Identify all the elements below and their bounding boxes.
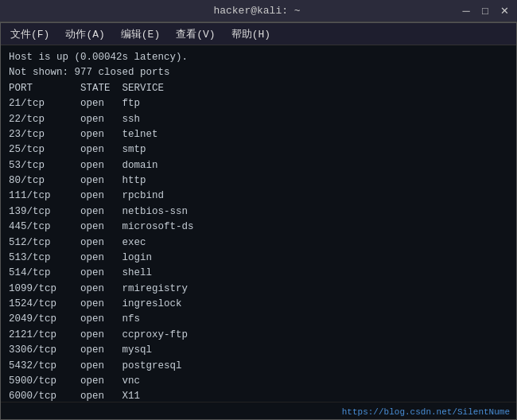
terminal-line: 139/tcp open netbios-ssn bbox=[9, 204, 508, 220]
menu-view[interactable]: 查看(V) bbox=[173, 25, 218, 43]
menu-edit[interactable]: 编辑(E) bbox=[118, 25, 163, 43]
terminal-line: Host is up (0.00042s latency). bbox=[9, 50, 508, 65]
footer: https://blog.csdn.net/SilentNume bbox=[1, 402, 516, 419]
terminal-line: 3306/tcp open mysql bbox=[9, 343, 508, 358]
terminal-line: 2049/tcp open nfs bbox=[9, 312, 508, 327]
terminal-line: 53/tcp open domain bbox=[9, 158, 508, 173]
title-bar: hacker@kali: ~ ─ □ ✕ bbox=[0, 0, 517, 22]
title-bar-controls: ─ □ ✕ bbox=[460, 5, 511, 17]
terminal-line: 445/tcp open microsoft-ds bbox=[9, 220, 508, 235]
terminal-line: 23/tcp open telnet bbox=[9, 127, 508, 142]
terminal-line: 512/tcp open exec bbox=[9, 235, 508, 251]
terminal-line: 25/tcp open smtp bbox=[9, 142, 508, 158]
terminal-line: 21/tcp open ftp bbox=[9, 96, 508, 111]
terminal-line: 22/tcp open ssh bbox=[9, 112, 508, 127]
terminal-output: Host is up (0.00042s latency).Not shown:… bbox=[1, 45, 516, 402]
footer-link[interactable]: https://blog.csdn.net/SilentNume bbox=[342, 407, 510, 417]
terminal-line: 1099/tcp open rmiregistry bbox=[9, 282, 508, 297]
terminal-line: 111/tcp open rpcbind bbox=[9, 189, 508, 204]
terminal-line: 513/tcp open login bbox=[9, 251, 508, 266]
menu-help[interactable]: 帮助(H) bbox=[228, 25, 274, 43]
terminal-line: 1524/tcp open ingreslock bbox=[9, 297, 508, 312]
menu-action[interactable]: 动作(A) bbox=[62, 25, 107, 43]
terminal-line: 80/tcp open http bbox=[9, 173, 508, 189]
terminal-line: Not shown: 977 closed ports bbox=[9, 65, 508, 80]
minimize-button[interactable]: ─ bbox=[460, 5, 472, 17]
terminal-line: 5432/tcp open postgresql bbox=[9, 359, 508, 374]
terminal-line: 5900/tcp open vnc bbox=[9, 374, 508, 389]
terminal-line: 2121/tcp open ccproxy-ftp bbox=[9, 328, 508, 343]
terminal-window: 文件(F) 动作(A) 编辑(E) 查看(V) 帮助(H) Host is up… bbox=[0, 22, 517, 420]
close-button[interactable]: ✕ bbox=[498, 5, 511, 17]
menu-file[interactable]: 文件(F) bbox=[7, 25, 52, 43]
terminal-line: 6000/tcp open X11 bbox=[9, 389, 508, 402]
maximize-button[interactable]: □ bbox=[479, 5, 492, 17]
terminal-line: PORT STATE SERVICE bbox=[9, 81, 508, 96]
terminal-line: 514/tcp open shell bbox=[9, 266, 508, 281]
title-bar-title: hacker@kali: ~ bbox=[54, 5, 460, 17]
menu-bar: 文件(F) 动作(A) 编辑(E) 查看(V) 帮助(H) bbox=[1, 23, 516, 45]
